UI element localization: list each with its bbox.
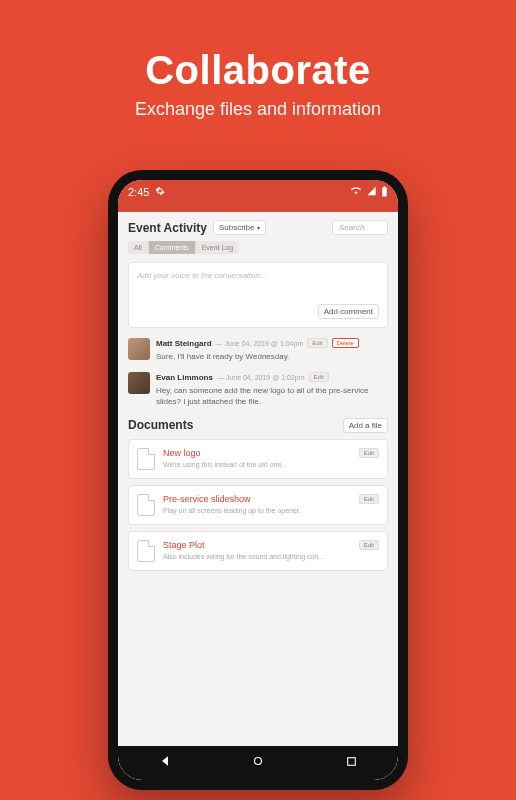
document-item[interactable]: Stage Plot Also includes wiring for the … [128, 531, 388, 571]
tab-comments[interactable]: Comments [149, 241, 196, 254]
subscribe-button[interactable]: Subscribe ▾ [213, 220, 266, 235]
document-title: Stage Plot [163, 540, 351, 550]
home-icon[interactable] [251, 754, 265, 772]
documents-header: Documents Add a file [128, 418, 388, 433]
search-input[interactable]: Search [332, 220, 388, 235]
comment-author: Matt Steingard [156, 339, 212, 348]
comment-author: Evan Limmons [156, 373, 213, 382]
tab-event-log[interactable]: Event Log [196, 241, 240, 254]
activity-tabs: All Comments Event Log [128, 241, 388, 254]
back-icon[interactable] [158, 754, 172, 772]
comment-timestamp: — June 04, 2019 @ 1:04pm [216, 340, 304, 347]
edit-button[interactable]: Edit [359, 494, 379, 504]
comment-item: Evan Limmons — June 04, 2019 @ 1:02pm Ed… [128, 372, 388, 407]
edit-button[interactable]: Edit [359, 540, 379, 550]
hero-subtitle: Exchange files and information [0, 99, 516, 120]
avatar [128, 372, 150, 394]
svg-rect-1 [348, 758, 356, 766]
document-description: Play on all screens leading up to the op… [163, 507, 351, 514]
edit-button[interactable]: Edit [359, 448, 379, 458]
activity-header: Event Activity Subscribe ▾ Search [128, 220, 388, 235]
signal-icon [366, 186, 377, 198]
phone-screen: 2:45 Event Activity [118, 180, 398, 780]
document-description: Also includes wiring for the sound and l… [163, 553, 351, 560]
comment-item: Matt Steingard — June 04, 2019 @ 1:04pm … [128, 338, 388, 362]
edit-button[interactable]: Edit [309, 372, 329, 382]
phone-frame: 2:45 Event Activity [108, 170, 408, 790]
battery-icon [381, 186, 388, 199]
document-description: We're using this instead of the old one. [163, 461, 351, 468]
document-title: Pre-service slideshow [163, 494, 351, 504]
file-icon [137, 448, 155, 470]
compose-box[interactable]: Add your voice to the conversation... Ad… [128, 262, 388, 328]
chevron-down-icon: ▾ [257, 224, 260, 231]
comment-timestamp: — June 04, 2019 @ 1:02pm [217, 374, 305, 381]
wifi-icon [350, 186, 362, 198]
compose-placeholder: Add your voice to the conversation... [137, 271, 379, 280]
comment-text: Hey, can someone add the new logo to all… [156, 385, 388, 407]
document-item[interactable]: Pre-service slideshow Play on all screen… [128, 485, 388, 525]
comment-text: Sure, I'll have it ready by Wednesday. [156, 351, 388, 362]
app-bar [118, 204, 398, 212]
gear-icon [155, 186, 165, 198]
tab-all[interactable]: All [128, 241, 149, 254]
file-icon [137, 494, 155, 516]
svg-point-0 [255, 758, 262, 765]
add-file-button[interactable]: Add a file [343, 418, 388, 433]
documents-title: Documents [128, 418, 193, 432]
delete-button[interactable]: Delete [332, 338, 359, 348]
subscribe-label: Subscribe [219, 223, 255, 232]
hero-section: Collaborate Exchange files and informati… [0, 0, 516, 120]
content-area: Event Activity Subscribe ▾ Search All Co… [118, 212, 398, 746]
status-bar: 2:45 [118, 180, 398, 204]
avatar [128, 338, 150, 360]
activity-title: Event Activity [128, 221, 207, 235]
android-nav-bar [118, 746, 398, 780]
file-icon [137, 540, 155, 562]
document-item[interactable]: New logo We're using this instead of the… [128, 439, 388, 479]
add-comment-button[interactable]: Add comment [318, 304, 379, 319]
edit-button[interactable]: Edit [307, 338, 327, 348]
hero-title: Collaborate [0, 48, 516, 93]
status-time: 2:45 [128, 186, 149, 198]
document-title: New logo [163, 448, 351, 458]
recents-icon[interactable] [345, 754, 358, 772]
